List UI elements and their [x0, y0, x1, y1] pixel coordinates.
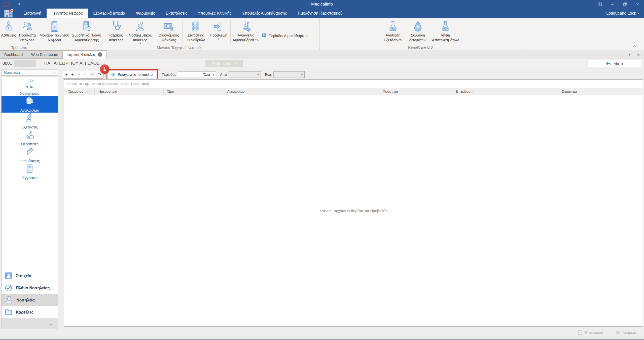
ribbon-display-options-icon[interactable] — [597, 2, 602, 7]
overflow-dots-icon: ... — [50, 321, 54, 326]
chevron-down-icon: ▾ — [299, 73, 304, 76]
hand-pill-icon — [24, 79, 35, 90]
ribbon-separator — [104, 20, 104, 44]
refresh-icon[interactable]: ↷ — [98, 73, 101, 77]
period-combobox[interactable]: Όλα ▾ — [178, 71, 216, 78]
ribbon-tab-technitos-nefros[interactable]: Τεχνητός Νεφρός — [47, 9, 88, 18]
ribbon-button-medical-record[interactable]: Ιατρικός Φάκελος — [105, 19, 127, 42]
restore-icon[interactable] — [622, 2, 627, 7]
consumables-toolbar: + + − ✓ ✕ ↷ 1 Εισαγωγή από πακέτο Περίοδ… — [63, 70, 305, 80]
ribbon-tab-eisagogi[interactable]: Εισαγωγή — [18, 9, 47, 18]
add-row-icon[interactable]: + — [65, 73, 67, 77]
ribbon-button-get-results[interactable]: Λήψη Αποτελεσμάτων — [430, 19, 460, 42]
ribbon-group-label: RenalCare LIS — [320, 45, 521, 50]
footer-action-bar: Επικύρωση Ακύρωση — [63, 327, 644, 338]
close-icon[interactable]: ✕ — [635, 2, 640, 7]
sidebar-item-operations[interactable]: Επεμβάσεις — [2, 146, 58, 163]
ribbon-tab-farmakeio[interactable]: Φαρμακείο — [130, 9, 160, 18]
ribbon-button-dialysis-periods[interactable]: Περίοδοι Αιμοκάθαρσης — [260, 32, 310, 40]
chevron-down-icon: ▾ — [27, 42, 28, 45]
chevron-down-icon: ▾ — [139, 42, 141, 45]
import-from-package-button[interactable]: Εισαγωγή από πακέτο — [108, 71, 156, 79]
ribbon-button-dialysis-unit[interactable]: Μονάδα Τεχνητού Νεφρού — [38, 19, 71, 42]
hospital-building-icon — [4, 8, 15, 18]
ribbon-button-session-statistics[interactable]: Στατιστικά Συνεδριών — [184, 19, 208, 42]
cancel-button[interactable]: Ακύρωση — [616, 330, 638, 335]
drop-plus-icon-button[interactable]: Συλλογή δειγμάτων — [406, 19, 430, 42]
patient-code-masked — [14, 60, 36, 67]
ribbon-group-label: Πρόσωπα — [0, 45, 38, 50]
column-header-consumable[interactable]: Αναλώσιμο — [223, 88, 379, 95]
back-to-list-button[interactable]: Λίστα — [588, 60, 641, 67]
ribbon-button-liable-persons[interactable]: Πρόσωπα Υπόχρεοι ▾ — [17, 19, 38, 45]
ribbon-separator — [182, 20, 183, 44]
wheelchair-icon — [24, 130, 35, 141]
close-document-icon[interactable]: ✕ — [637, 53, 640, 57]
confirm-button[interactable]: Επικύρωση — [578, 330, 604, 335]
group-by-panel[interactable]: Σύρετε μια Στήλη για να ομαδοποιήσετε σύ… — [64, 80, 643, 88]
tab-web-dashboard[interactable]: Web Dashboard — [27, 50, 62, 59]
ribbon-button-dialysis-plan[interactable]: Συνοπτικό Πλάνο Αιμοκάθαρσης — [71, 19, 102, 42]
sidebar-section-care-plan[interactable]: Πλάνο Νοσηλείας — [2, 282, 58, 294]
column-header-quantity[interactable]: Ποσότητα — [379, 88, 452, 95]
from-date-combobox[interactable]: ▾ — [229, 71, 261, 78]
ribbon-button-patients[interactable]: Ασθενείς — [0, 19, 17, 38]
ribbon-tab-exoterika-iatreia[interactable]: Εξωτερικά Ιατρεία — [88, 9, 130, 18]
ribbon-tab-ypovoles-aimokatharsis[interactable]: Υποβολές Αιμοκάθαρσης — [237, 9, 292, 18]
ribbon-button-nursing-record[interactable]: Νοσηλευτικός Φάκελος ▾ — [127, 19, 154, 45]
app-menu-button[interactable] — [0, 9, 18, 18]
ribbon-tab-ektyposeis[interactable]: Εκτυπώσεις — [160, 9, 192, 18]
ribbon-tab-timologisi[interactable]: Τιμολόγηση Περιστατικού — [292, 9, 348, 18]
column-header-date[interactable]: Ημερομηνία — [95, 88, 164, 95]
tab-dashboard[interactable]: Dashboard — [0, 50, 27, 59]
check-circle-icon — [5, 284, 13, 292]
column-header-therapy[interactable]: Θεραπεία — [558, 88, 643, 95]
column-header-operation[interactable]: Επέμβαση — [452, 88, 558, 95]
sidebar-item-tests[interactable]: Εξετάσεις — [2, 113, 58, 129]
sidebar-item-therapies[interactable]: Θεραπείες — [2, 129, 58, 146]
sidebar-section-cards[interactable]: Καρτέλες — [2, 306, 58, 318]
logout-and-lock-button[interactable]: Logout and Lock▾ — [606, 9, 644, 18]
ribbon-button-forecast[interactable]: Πρόβλεψη ▾ — [208, 19, 229, 40]
ribbon-button-financial-record[interactable]: Οικονομικός Φάκελος — [156, 19, 181, 42]
ribbon-tab-ypovoles-klinikis[interactable]: Υποβολές Κλινικής — [193, 9, 237, 18]
print-button[interactable]: Εκτυπώσεις ▾ — [205, 60, 243, 67]
back-arrow-icon — [606, 62, 611, 66]
minimize-icon[interactable]: ─ — [610, 2, 615, 7]
column-header-time[interactable]: Ώρα — [164, 88, 223, 95]
to-label: Έως — [265, 73, 272, 77]
ribbon-button-assign-tests[interactable]: Ανάθεση Εξετάσεων — [380, 19, 406, 42]
sidebar-item-administrations[interactable]: Χορηγήσεις — [2, 79, 58, 96]
close-tab-icon[interactable]: ✕ — [98, 52, 102, 57]
scalpel-icon — [24, 147, 35, 158]
flask-result-icon — [440, 20, 451, 33]
dialysis-plan-icon — [81, 20, 92, 33]
grid-header-row: Χρεώσιμο Ημερομηνία Ώρα Αναλώσιμο Ποσότη… — [64, 88, 643, 95]
sidebar-overflow-button[interactable]: ... — [2, 318, 58, 329]
delete-row-icon[interactable]: − — [78, 73, 80, 77]
nurse-icon — [134, 20, 146, 33]
microscope-icon — [24, 113, 35, 124]
id-card-icon — [5, 272, 13, 280]
to-date-combobox[interactable]: ▾ — [273, 71, 305, 78]
apply-changes-icon[interactable]: ✓ — [84, 73, 87, 77]
collapse-ribbon-icon[interactable] — [633, 45, 636, 48]
add-special-row-icon[interactable]: + — [71, 73, 74, 77]
sidebar-section-nursing[interactable]: Νοσηλεία — [2, 294, 58, 306]
collapse-sidebar-icon[interactable]: ‹ — [54, 70, 55, 75]
window-title: Medicalinfo — [0, 2, 644, 7]
sidebar-section-details[interactable]: Στοιχεία — [2, 270, 58, 282]
sidebar-item-documents[interactable]: Έγγραφα — [2, 163, 58, 180]
tutorial-step-badge: 1 — [100, 64, 109, 74]
folder-icon — [5, 308, 13, 317]
sidebar-item-consumables[interactable]: Αναλώσιμα — [2, 96, 58, 113]
ribbon-separator — [230, 20, 231, 44]
column-header-billable[interactable]: Χρεώσιμο — [64, 88, 95, 95]
tutorial-highlight-box: 1 Εισαγωγή από πακέτο — [106, 69, 158, 80]
cancel-changes-icon[interactable]: ✕ — [91, 73, 94, 77]
tab-list-dropdown-icon[interactable]: ▼ — [628, 53, 631, 56]
ribbon-button-dialysis-announcement[interactable]: Αναγγελία Αιμοκαθάρσεων — [232, 19, 260, 42]
people-icon — [22, 20, 33, 33]
money-icon — [163, 20, 174, 33]
tab-medical-record[interactable]: Ιατρικός Φάκελος ✕ — [63, 50, 106, 59]
